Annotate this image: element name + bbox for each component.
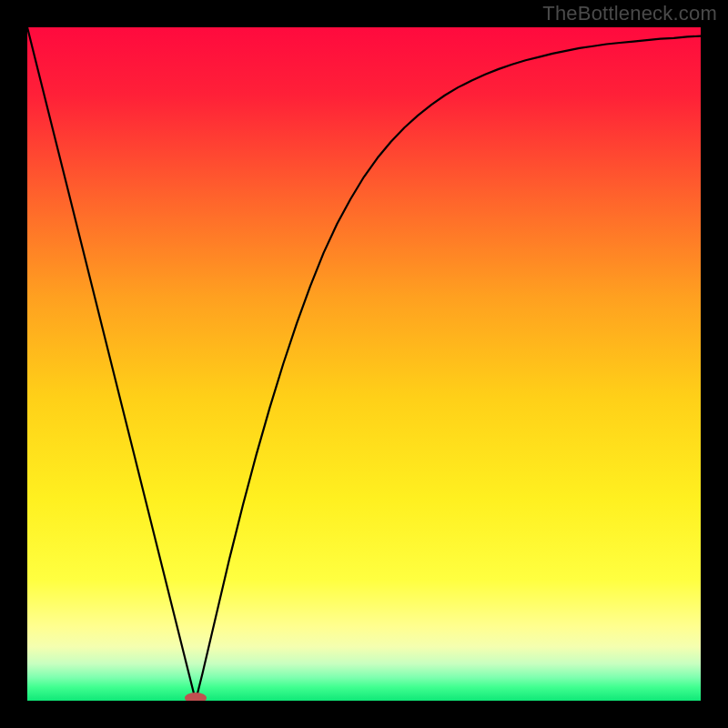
bottleneck-curve-chart <box>27 27 701 701</box>
chart-container: TheBottleneck.com <box>0 0 728 728</box>
watermark-text: TheBottleneck.com <box>542 2 717 25</box>
gradient-background <box>27 27 701 701</box>
